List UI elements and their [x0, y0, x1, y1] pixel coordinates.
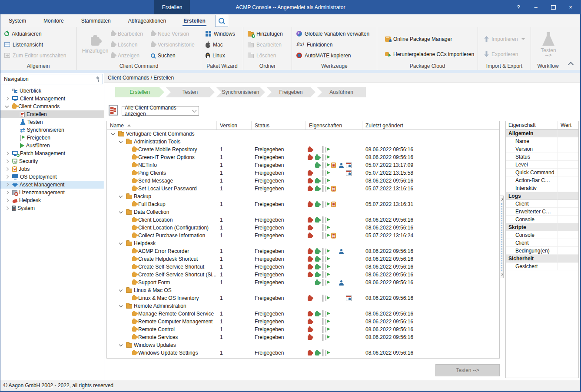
table-row[interactable]: Collect Purchase Information1Freigegeben…	[107, 232, 499, 239]
functions-button[interactable]: Funktionen	[296, 40, 373, 49]
titlebar-active-tab[interactable]: Erstellen	[154, 0, 190, 14]
expander-icon[interactable]	[117, 302, 124, 309]
import-button[interactable]: Importieren	[484, 35, 527, 43]
properties-row[interactable]: Erweiterter C…	[506, 208, 578, 216]
cc-import-button[interactable]: Heruntergeladene CCs importieren	[385, 50, 474, 58]
linux-wizard-button[interactable]: Linux	[206, 51, 239, 60]
workflow-step-testen[interactable]: Testen	[166, 87, 215, 97]
properties-row[interactable]: Action-Bar C…	[506, 176, 578, 184]
close-button[interactable]: ×	[562, 0, 579, 14]
table-folder-row[interactable]: Windows Updates	[107, 341, 499, 349]
sidebar-item-freigeben[interactable]: Freigeben	[0, 134, 104, 142]
sidebar-item-synchronisieren[interactable]: ⇄Synchronisieren	[0, 126, 104, 134]
table-folder-row[interactable]: Administration Tools	[107, 138, 499, 146]
table-row[interactable]: Remote Services1Freigegeben08.06.2022 09…	[107, 333, 499, 341]
properties-row[interactable]: Status	[506, 153, 578, 161]
table-row[interactable]: Ping Clients1Freigegeben05.07.2022 13:15…	[107, 169, 499, 177]
ribbon-collapse-button[interactable]	[566, 60, 575, 66]
show-client-command-button[interactable]: Anzeigen	[111, 51, 149, 60]
properties-column-wert[interactable]: Wert	[558, 121, 578, 129]
expander-icon[interactable]	[3, 173, 10, 180]
automate-copy-button[interactable]: AutoMATE kopieren	[296, 51, 373, 60]
expander-icon[interactable]	[117, 240, 124, 247]
table-folder-row[interactable]: Linux & Mac OS	[107, 286, 499, 294]
maximize-button[interactable]	[544, 0, 562, 14]
expander-icon[interactable]	[3, 189, 10, 196]
table-row[interactable]: Client Location (Configuration)1Freigege…	[107, 224, 499, 232]
testen-button[interactable]: Testen -->	[435, 364, 500, 376]
minimize-button[interactable]: –	[527, 0, 544, 14]
expander-icon[interactable]	[3, 166, 10, 173]
pin-icon[interactable]	[96, 76, 100, 82]
workflow-test-button[interactable]: Testen-->	[535, 30, 561, 60]
add-client-command-button[interactable]: Hinzufügen	[81, 30, 109, 61]
table-row[interactable]: Manage Remote Control Service1Freigegebe…	[107, 310, 499, 318]
table-row[interactable]: Set Local User Password1Freigegeben05.07…	[107, 185, 499, 193]
expander-icon[interactable]	[3, 197, 10, 204]
sidebar-item-client-commands[interactable]: Client Commands	[0, 103, 104, 110]
table-folder-row[interactable]: Remote Administration	[107, 302, 499, 310]
expander-icon[interactable]	[117, 138, 124, 145]
properties-row[interactable]: Level	[506, 161, 578, 169]
properties-section-row[interactable]: Allgemein	[506, 130, 578, 137]
table-row[interactable]: Create Self-Service Shortcut1Freigegeben…	[107, 263, 499, 271]
client-commands-filter-select[interactable]: Alle Client Commands anzeigen	[122, 106, 199, 116]
sidebar-item-patch-management[interactable]: Patch Management	[0, 149, 104, 157]
sidebar-item-os-deployment[interactable]: OS Deployment	[0, 173, 104, 181]
properties-row[interactable]: Interaktiv	[506, 184, 578, 192]
properties-row[interactable]: Console	[506, 231, 578, 239]
expander-icon[interactable]	[3, 95, 10, 102]
properties-row[interactable]: Gesichert	[506, 262, 578, 270]
menu-search-button[interactable]	[215, 15, 228, 27]
table-row[interactable]: Windows Update Settings1Freigegeben08.06…	[107, 349, 499, 357]
expander-icon[interactable]	[117, 287, 124, 294]
column-header-version[interactable]: Version	[217, 121, 252, 130]
properties-section-row[interactable]: Logs	[506, 192, 578, 200]
menu-item-monitore[interactable]: Monitore	[35, 14, 73, 27]
expander-icon[interactable]	[3, 205, 10, 212]
online-package-manager-button[interactable]: Online Package Manager	[385, 35, 474, 43]
sidebar-item-helpdesk[interactable]: Helpdesk	[0, 196, 104, 204]
menu-item-erstellen[interactable]: Erstellen	[175, 14, 214, 27]
table-row[interactable]: Create Mobile Repository1Freigegeben08.0…	[107, 146, 499, 153]
table-row[interactable]: Client Location1Freigegeben08.06.2022 09…	[107, 216, 499, 224]
column-header-eigenschaften[interactable]: Eigenschaften	[306, 121, 362, 130]
folder-edit-button[interactable]: Bearbeiten	[248, 40, 288, 49]
help-button[interactable]: ?	[510, 0, 527, 14]
sidebar-item-jobs[interactable]: Jobs	[0, 165, 104, 173]
table-row[interactable]: NETinfo1Freigegeben05.07.2022 13:17:09	[107, 161, 499, 169]
switch-editor-button[interactable]: Zum Editor umschalten	[4, 51, 73, 60]
table-folder-row[interactable]: Data Collection	[107, 208, 499, 216]
column-header-status[interactable]: Status	[252, 121, 306, 130]
properties-row[interactable]: Version	[506, 145, 578, 153]
sidebar-item-überblick[interactable]: Überblick	[0, 87, 104, 95]
panel-splitter[interactable]	[500, 196, 504, 278]
properties-section-row[interactable]: Sicherheit	[506, 255, 578, 262]
refresh-button[interactable]: Aktualisieren	[4, 30, 73, 38]
sidebar-item-security[interactable]: Security	[0, 157, 104, 165]
sidebar-item-asset-management[interactable]: Asset Management	[0, 181, 104, 189]
export-button[interactable]: Exportieren	[484, 50, 527, 58]
workflow-step-freigeben[interactable]: Freigeben	[266, 87, 315, 97]
properties-column-eigenschaft[interactable]: Eigenschaft	[506, 121, 558, 129]
column-header-zuletzt-geaendert[interactable]: Zuletzt geändert	[362, 121, 499, 130]
table-row[interactable]: Green-IT Power Options1Freigegeben08.06.…	[107, 153, 499, 161]
workflow-step-synchronisieren[interactable]: Synchronisieren	[216, 87, 265, 97]
column-header-name[interactable]: Name	[107, 121, 217, 130]
sidebar-item-client-management[interactable]: Client Management	[0, 95, 104, 103]
edit-client-command-button[interactable]: Bearbeiten	[111, 30, 149, 38]
table-row[interactable]: Linux & Mac OS Inventory1Freigegeben08.0…	[107, 294, 499, 302]
properties-section-row[interactable]: Skripte	[506, 223, 578, 231]
expander-icon[interactable]	[117, 193, 124, 200]
delete-client-command-button[interactable]: Löschen	[111, 40, 149, 49]
table-folder-row[interactable]: Helpdesk	[107, 239, 499, 247]
list-view-button[interactable]: Listenansicht	[4, 40, 73, 49]
global-variables-button[interactable]: Globale Variablen verwalten	[296, 30, 373, 38]
search-client-command-button[interactable]: Suchen	[151, 51, 195, 60]
table-row[interactable]: Remote Control1Freigegeben08.06.2022 09:…	[107, 326, 499, 333]
sidebar-item-system[interactable]: System	[0, 204, 104, 212]
expander-icon[interactable]	[110, 130, 116, 137]
sidebar-item-ausführen[interactable]: Ausführen	[0, 142, 104, 149]
properties-row[interactable]: Bedingung(en)	[506, 247, 578, 255]
expander-icon[interactable]	[3, 181, 10, 188]
